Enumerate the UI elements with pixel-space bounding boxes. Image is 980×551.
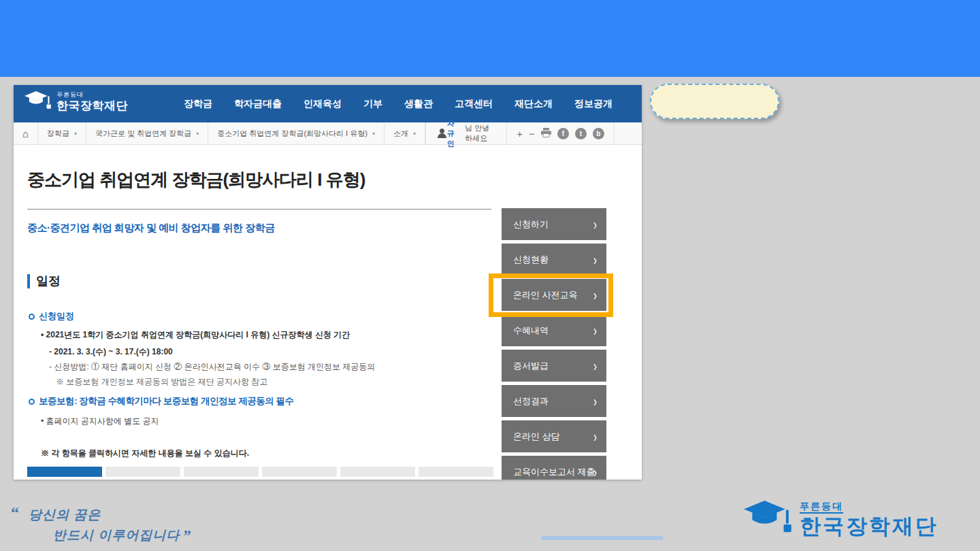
- sidebar-item-benefit-history[interactable]: 수혜내역 ›: [502, 314, 606, 346]
- breadcrumb-intro[interactable]: 소개 ▾: [385, 122, 425, 144]
- chevron-right-icon: ›: [593, 393, 597, 410]
- breadcrumb-utilities: 차규인 님 안녕하세요 + − f t b: [425, 122, 642, 144]
- sidebar-item-application-status[interactable]: 신청현황 ›: [502, 244, 606, 276]
- chevron-right-icon: ›: [593, 322, 597, 339]
- breadcrumb-label: 소개: [393, 129, 408, 139]
- chevron-down-icon: ▾: [413, 131, 416, 137]
- section-label: 일정: [36, 273, 61, 289]
- user-name: 차규인: [447, 118, 462, 149]
- quote-close-icon: ”: [182, 527, 191, 544]
- home-icon[interactable]: ⌂: [14, 122, 38, 144]
- section-bar: [27, 274, 30, 288]
- breadcrumb-scholarship[interactable]: 장학금 ▾: [38, 122, 86, 144]
- tab-segment[interactable]: [262, 467, 337, 477]
- sidebar-item-selection-result[interactable]: 선정결과 ›: [502, 385, 606, 417]
- schedule-line: - 신청방법: ① 재단 홈페이지 신청 ② 온라인사전교육 이수 ③ 보증보험…: [49, 361, 375, 373]
- breadcrumb-label: 중소기업 취업연계 장학금(희망사다리 I 유형): [217, 129, 368, 139]
- section-schedule-heading: 일정: [27, 273, 61, 289]
- breadcrumb-label: 국가근로 및 취업연계 장학금: [95, 129, 191, 139]
- twitter-icon[interactable]: t: [575, 128, 587, 139]
- breadcrumb: ⌂ 장학금 ▾ 국가근로 및 취업연계 장학금 ▾ 중소기업 취업연계 장학금(…: [14, 122, 642, 145]
- title-divider: [27, 209, 491, 210]
- sidebar-item-label: 신청하기: [513, 218, 549, 231]
- schedule-subheading: 신청일정: [29, 310, 74, 322]
- logo-brand-small: 푸른등대: [56, 92, 128, 98]
- schedule-line: ※ 보증보험 개인정보 제공동의 방법은 재단 공지사항 참고: [56, 376, 267, 388]
- nav-item-customer-center[interactable]: 고객센터: [455, 98, 493, 110]
- sidebar-item-label: 수혜내역: [513, 324, 549, 337]
- footer-underline-bar: [541, 536, 664, 540]
- site-logo[interactable]: 푸른등대 한국장학재단: [24, 91, 128, 112]
- sidebar-item-apply[interactable]: 신청하기 ›: [502, 208, 606, 240]
- sidebar-item-label: 교육이수보고서 제출: [513, 466, 595, 478]
- tab-segment-active[interactable]: [27, 467, 102, 477]
- nav-item-donation[interactable]: 기부: [363, 98, 382, 110]
- sidebar-item-education-report[interactable]: 교육이수보고서 제출 ›: [502, 456, 606, 480]
- sidebar-item-online-counsel[interactable]: 온라인 상담 ›: [502, 420, 606, 452]
- insurance-heading: 보증보험: 장학금 수혜학기마다 보증보험 개인정보 제공동의 필수: [29, 395, 294, 407]
- quote-open-icon: “: [11, 503, 20, 522]
- sidebar-item-label: 신청현황: [513, 254, 549, 266]
- nav-item-student-loan[interactable]: 학자금대출: [234, 98, 282, 110]
- insurance-heading-label: 보증보험: 장학금 수혜학기마다 보증보험 개인정보 제공동의 필수: [39, 395, 294, 407]
- tagline-line2: 반드시 이루어집니다: [53, 528, 180, 542]
- main-nav: 장학금 학자금대출 인재육성 기부 생활관 고객센터 재단소개 정보공개: [184, 85, 612, 122]
- nav-item-scholarship[interactable]: 장학금: [184, 98, 212, 110]
- click-hint-footnote: ※ 각 항목을 클릭하시면 자세한 내용을 보실 수 있습니다.: [41, 448, 249, 459]
- bottom-tab-row: [27, 467, 493, 477]
- sidebar-item-label: 선정결과: [513, 395, 549, 407]
- print-icon[interactable]: [541, 128, 551, 139]
- sidebar-item-label: 증서발급: [513, 360, 549, 372]
- nav-item-disclosure[interactable]: 정보공개: [574, 98, 612, 110]
- logo-brand-large: 한국장학재단: [56, 100, 128, 112]
- chevron-right-icon: ›: [593, 463, 597, 480]
- sidebar-menu: 신청하기 › 신청현황 › 온라인 사전교육 › 수혜내역 › 증서발급 › 선…: [502, 208, 606, 480]
- site-header: 푸른등대 한국장학재단 장학금 학자금대출 인재육성 기부 생활관 고객센터 재…: [14, 85, 642, 122]
- font-increase-button[interactable]: +: [517, 129, 523, 139]
- chevron-down-icon: ▾: [196, 131, 199, 137]
- chevron-right-icon: ›: [593, 216, 597, 233]
- chevron-down-icon: ▾: [372, 131, 375, 137]
- graduation-cap-icon: [24, 91, 52, 112]
- nav-item-talent[interactable]: 인재육성: [304, 98, 342, 110]
- pin-icon: [29, 314, 35, 320]
- graduation-cap-icon: [744, 501, 793, 537]
- schedule-line: • 2021년도 1학기 중소기업 취업연계 장학금(희망사다리 I 유형) 신…: [41, 329, 350, 341]
- footer-logo-brand-small: 푸른등대: [800, 501, 843, 514]
- tab-segment[interactable]: [340, 467, 415, 477]
- facebook-icon[interactable]: f: [557, 128, 569, 139]
- schedule-subheading-label: 신청일정: [39, 310, 74, 322]
- nav-item-about[interactable]: 재단소개: [514, 98, 553, 110]
- schedule-line: - 2021. 3. 3.(수) ~ 3. 17.(수) 18:00: [49, 346, 173, 358]
- footer-logo: 푸른등대 한국장학재단: [744, 501, 938, 537]
- callout-box: [650, 84, 779, 119]
- footer-logo-brand-large: 한국장학재단: [800, 516, 938, 537]
- chevron-right-icon: ›: [593, 251, 597, 269]
- greeting-text: 님 안녕하세요: [465, 123, 495, 144]
- user-greeting: 차규인 님 안녕하세요: [425, 122, 506, 144]
- pin-icon: [29, 399, 35, 405]
- tab-segment[interactable]: [184, 467, 259, 477]
- breadcrumb-work-scholarship[interactable]: 국가근로 및 취업연계 장학금 ▾: [86, 122, 208, 144]
- sidebar-item-label: 온라인 상담: [513, 431, 560, 443]
- breadcrumb-label: 장학금: [47, 129, 69, 139]
- slide-top-banner: [0, 0, 980, 77]
- highlight-box-online-education: [489, 273, 613, 317]
- font-decrease-button[interactable]: −: [529, 129, 535, 139]
- insurance-note: • 홈페이지 공지사항에 별도 공지: [41, 416, 159, 427]
- tab-segment[interactable]: [105, 467, 180, 477]
- tab-segment[interactable]: [419, 467, 493, 477]
- nav-item-dormitory[interactable]: 생활관: [404, 98, 433, 110]
- page-subtitle: 중소·중견기업 취업 희망자 및 예비 창업자를 위한 장학금: [27, 222, 275, 235]
- chevron-down-icon: ▾: [74, 131, 77, 137]
- breadcrumb-sme-scholarship[interactable]: 중소기업 취업연계 장학금(희망사다리 I 유형) ▾: [208, 122, 385, 144]
- person-icon: [437, 129, 444, 138]
- blog-icon[interactable]: b: [593, 128, 604, 139]
- tagline-line1: 당신의 꿈은: [29, 506, 101, 524]
- page-title: 중소기업 취업연계 장학금(희망사다리 I 유형): [27, 168, 365, 192]
- presentation-slide: 푸른등대 한국장학재단 장학금 학자금대출 인재육성 기부 생활관 고객센터 재…: [0, 0, 980, 551]
- sidebar-item-certificate-issue[interactable]: 증서발급 ›: [502, 350, 606, 382]
- chevron-right-icon: ›: [593, 428, 597, 446]
- chevron-right-icon: ›: [593, 357, 597, 375]
